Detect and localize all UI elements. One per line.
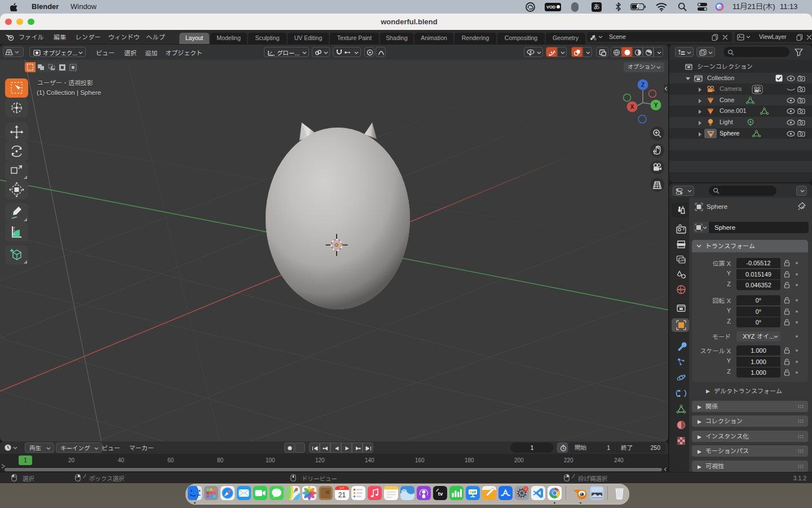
- svg-text:21: 21: [338, 491, 346, 499]
- svg-text:1: 1: [524, 487, 526, 491]
- svg-text:X: X: [630, 104, 634, 110]
- svg-text:Z: Z: [641, 82, 645, 88]
- svg-text:tv: tv: [438, 491, 443, 497]
- svg-text:11月: 11月: [339, 487, 345, 489]
- svg-text:Y: Y: [654, 102, 658, 108]
